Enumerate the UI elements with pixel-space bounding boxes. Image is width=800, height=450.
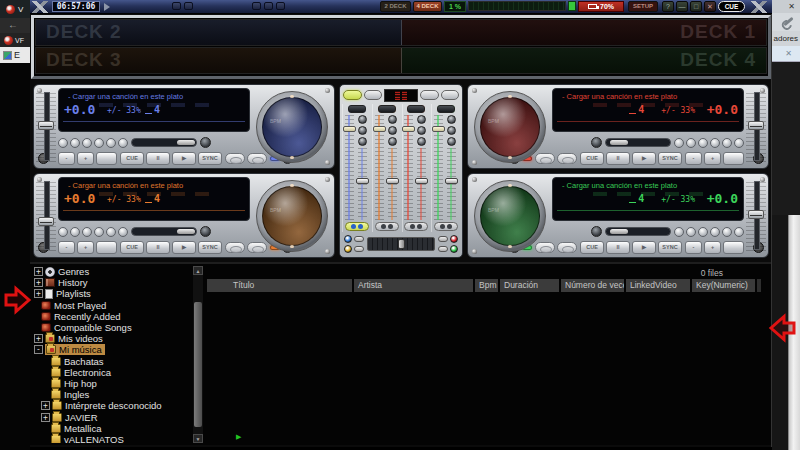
pitch-fader[interactable] xyxy=(746,179,766,252)
gain-knob[interactable] xyxy=(591,226,602,237)
cue-button[interactable]: CUE xyxy=(580,241,604,254)
filter-knob[interactable] xyxy=(348,105,366,113)
hotcue-buttons[interactable] xyxy=(58,138,128,148)
pitch-plus-button[interactable]: + xyxy=(77,152,94,165)
tree-item-mis-videos[interactable]: +Mis videos xyxy=(32,333,192,344)
eq-mid-knob[interactable] xyxy=(388,126,397,135)
tree-item-vallenatos[interactable]: vALLENATOS xyxy=(32,434,192,443)
expand-icon[interactable]: + xyxy=(34,289,43,298)
eq-slider-thumb[interactable] xyxy=(343,126,356,132)
pitch-fader[interactable] xyxy=(746,90,766,163)
back-arrow-icon[interactable]: ← xyxy=(0,18,30,33)
pitch-fader-thumb[interactable] xyxy=(748,121,764,130)
pitch-plus-button[interactable]: + xyxy=(704,241,721,254)
column-header-linkedvideo[interactable]: LinkedVideo xyxy=(626,279,690,292)
pause-button[interactable]: II xyxy=(146,241,170,254)
pitch-fader-thumb[interactable] xyxy=(748,210,764,219)
scroll-down-icon[interactable]: ▼ xyxy=(193,434,203,443)
eq-low-knob[interactable] xyxy=(358,137,367,146)
volume-fader-thumb[interactable] xyxy=(445,178,458,184)
pitch-fader[interactable] xyxy=(36,179,56,252)
volume-fader[interactable] xyxy=(388,148,397,220)
cue-button[interactable]: CUE xyxy=(120,241,144,254)
pitch-fader-thumb[interactable] xyxy=(38,121,54,130)
sync-button[interactable]: SYNC xyxy=(658,152,682,165)
eq-slider[interactable] xyxy=(404,115,413,220)
assign-button[interactable] xyxy=(354,236,364,242)
pitch-bend-slider[interactable] xyxy=(605,227,671,236)
eq-high-knob[interactable] xyxy=(388,115,397,124)
play-button[interactable]: ▶ xyxy=(632,152,656,165)
headphone-cue-buttons[interactable] xyxy=(434,222,458,231)
play-button[interactable]: ▶ xyxy=(172,152,196,165)
blank-button[interactable] xyxy=(723,241,744,254)
jog-wheel[interactable]: BPM xyxy=(256,91,328,163)
slider-thumb[interactable] xyxy=(177,229,195,234)
mixer-mode-button[interactable] xyxy=(420,90,439,100)
wrench-icon[interactable] xyxy=(783,17,793,26)
hotcue-buttons[interactable] xyxy=(674,138,744,148)
speaker-icon[interactable] xyxy=(104,3,114,11)
pitch-fader-thumb[interactable] xyxy=(38,217,54,226)
pitch-plus-button[interactable]: + xyxy=(704,152,721,165)
loop-in-button[interactable] xyxy=(225,242,245,253)
crossfader[interactable] xyxy=(367,237,435,251)
pitch-fader[interactable] xyxy=(36,90,56,163)
hotcue-buttons[interactable] xyxy=(58,227,128,237)
mini-toolbar-icons[interactable] xyxy=(252,2,285,10)
headphone-cue-buttons[interactable] xyxy=(375,222,399,231)
tree-item-genres[interactable]: +Genres xyxy=(32,266,192,277)
scroll-up-icon[interactable]: ▲ xyxy=(193,266,203,275)
cue-button[interactable]: CUE xyxy=(120,152,144,165)
tree-item-most-played[interactable]: Most Played xyxy=(32,300,192,311)
crossfader-thumb[interactable] xyxy=(398,239,405,249)
loop-out-button[interactable] xyxy=(557,153,577,164)
column-header-artista[interactable]: Artista xyxy=(354,279,473,292)
blank-button[interactable] xyxy=(723,152,744,165)
eq-mid-knob[interactable] xyxy=(417,126,426,135)
help-button[interactable]: ? xyxy=(662,1,674,12)
gain-knob[interactable] xyxy=(591,137,602,148)
eq-slider[interactable] xyxy=(345,115,354,220)
cue-button[interactable]: CUE xyxy=(580,152,604,165)
tree-item-playlists[interactable]: +Playlists xyxy=(32,288,192,299)
eq-slider-thumb[interactable] xyxy=(432,126,445,132)
mini-toolbar-icons[interactable] xyxy=(172,2,193,10)
expand-icon[interactable]: + xyxy=(41,401,50,410)
loop-in-button[interactable] xyxy=(225,153,245,164)
volume-fader-thumb[interactable] xyxy=(386,178,399,184)
mixer-mode-button[interactable] xyxy=(343,90,362,100)
assign-button[interactable] xyxy=(354,246,364,252)
monitor-red-button[interactable] xyxy=(450,235,458,243)
volume-fader[interactable] xyxy=(358,148,367,220)
pitch-minus-button[interactable]: - xyxy=(685,152,702,165)
monitor-yellow-button[interactable] xyxy=(344,245,352,253)
sync-button[interactable]: SYNC xyxy=(658,241,682,254)
pause-button[interactable]: II xyxy=(146,152,170,165)
eq-low-knob[interactable] xyxy=(417,137,426,146)
pitch-minus-button[interactable]: - xyxy=(685,241,702,254)
setup-button[interactable]: SETUP xyxy=(628,1,658,12)
pitch-minus-button[interactable]: - xyxy=(58,152,75,165)
filter-knob[interactable] xyxy=(378,105,396,113)
column-header-bpm[interactable]: Bpm xyxy=(475,279,498,292)
monitor-blue-button[interactable] xyxy=(344,235,352,243)
monitor-green-button[interactable] xyxy=(450,245,458,253)
blank-button[interactable] xyxy=(96,152,117,165)
4-deck-mode-button[interactable]: 4 DECK xyxy=(413,1,442,12)
hotcue-buttons[interactable] xyxy=(674,227,744,237)
pause-button[interactable]: II xyxy=(606,241,630,254)
filter-knob[interactable] xyxy=(437,105,455,113)
expand-icon[interactable]: + xyxy=(41,413,50,422)
jog-wheel[interactable]: BPM xyxy=(474,91,546,163)
column-header-veces[interactable]: Número de veces r xyxy=(561,279,624,292)
column-header-key[interactable]: Key(Numeric) xyxy=(692,279,755,292)
sync-button[interactable]: SYNC xyxy=(198,152,222,165)
eq-slider[interactable] xyxy=(375,115,384,220)
maximize-button[interactable]: □ xyxy=(690,1,702,12)
pitch-plus-button[interactable]: + xyxy=(77,241,94,254)
tree-item-history[interactable]: +History xyxy=(32,277,192,288)
expand-icon[interactable]: + xyxy=(34,334,43,343)
2-deck-mode-button[interactable]: 2 DECK xyxy=(380,1,411,12)
jog-wheel[interactable]: BPM xyxy=(256,180,328,252)
